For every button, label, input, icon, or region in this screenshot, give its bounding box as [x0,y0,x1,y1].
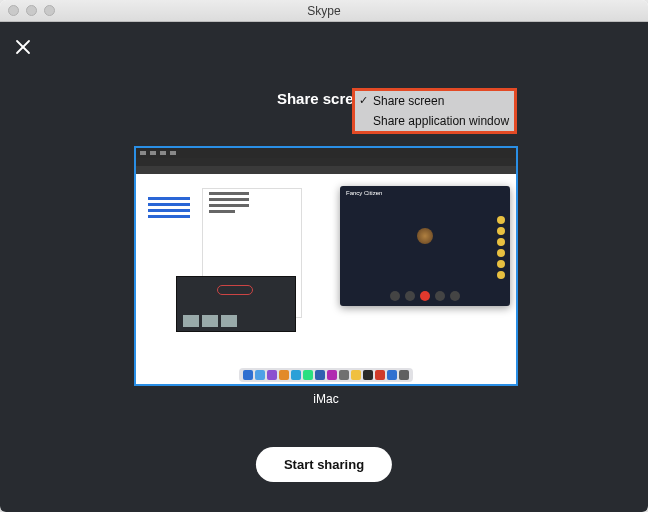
dock-icon [243,370,253,380]
close-button[interactable] [14,38,32,56]
preview-mini-window [176,276,296,332]
dock-icon [291,370,301,380]
window-title: Skype [0,4,648,18]
traffic-light-zoom[interactable] [44,5,55,16]
share-screen-panel: Share screen Share screen Share applicat… [0,22,648,512]
dock-icon [315,370,325,380]
dock-icon [363,370,373,380]
dock-icon [351,370,361,380]
dock-icon [303,370,313,380]
dropdown-option-label: Share application window [373,114,509,128]
dock-icon [387,370,397,380]
call-name: Fancy Citizen [340,186,510,200]
app-window: Skype Share screen Share screen Share ap… [0,0,648,512]
window-controls [8,5,55,16]
screen-preview[interactable]: Fancy Citizen [134,146,518,386]
dock-icon [267,370,277,380]
dock-icon [339,370,349,380]
dock-icon [375,370,385,380]
dropdown-option-share-screen[interactable]: Share screen [355,91,514,111]
dock-icon [255,370,265,380]
dropdown-option-label: Share screen [373,94,444,108]
start-sharing-label: Start sharing [284,457,364,472]
preview-dock [239,368,413,382]
preview-label: iMac [134,392,518,406]
traffic-light-close[interactable] [8,5,19,16]
traffic-light-minimize[interactable] [26,5,37,16]
dropdown-option-share-app-window[interactable]: Share application window [355,111,514,131]
avatar [417,228,433,244]
screen-preview-wrap: Fancy Citizen i [134,146,518,406]
dock-icon [279,370,289,380]
share-heading: Share screen [0,90,648,107]
start-sharing-button[interactable]: Start sharing [256,447,392,482]
preview-browser: Fancy Citizen [136,158,516,358]
close-icon [14,38,32,56]
preview-menubar [136,148,516,158]
dock-icon [399,370,409,380]
dock-icon [327,370,337,380]
share-mode-dropdown[interactable]: Share screen Share application window [352,88,517,134]
preview-call-overlay: Fancy Citizen [340,186,510,306]
titlebar: Skype [0,0,648,22]
preview-document [144,184,334,364]
